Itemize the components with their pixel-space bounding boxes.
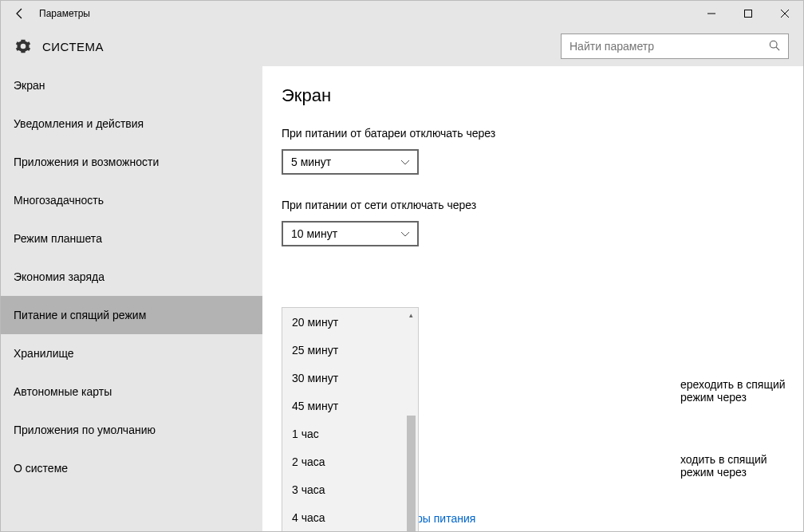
chevron-down-icon (401, 157, 409, 167)
app-name: СИСТЕМА (42, 40, 104, 53)
window-title: Параметры (39, 8, 90, 19)
dropdown-option[interactable]: 20 минут (282, 308, 418, 336)
sidebar-item[interactable]: О системе (1, 449, 262, 487)
dropdown-option[interactable]: 30 минут (282, 364, 418, 392)
dropdown-option[interactable]: 2 часа (282, 447, 418, 475)
sleep-plugged-label-partial: ходить в спящий режим через (680, 453, 803, 479)
sidebar-item[interactable]: Автономные карты (1, 372, 262, 411)
plugged-screen-off-label: При питании от сети отключать через (282, 199, 803, 211)
sidebar-item[interactable]: Уведомления и действия (1, 104, 262, 143)
page-heading: Экран (282, 85, 803, 106)
dropdown-listbox[interactable]: 20 минут25 минут30 минут45 минут1 час2 ч… (282, 307, 419, 531)
battery-screen-off-dropdown[interactable]: 5 минут (282, 149, 419, 175)
sidebar-item[interactable]: Экран (1, 66, 262, 104)
dropdown-option[interactable]: 1 час (282, 420, 418, 447)
sidebar-item[interactable]: Приложения и возможности (1, 143, 262, 181)
dropdown-option[interactable]: 3 часа (282, 475, 418, 503)
search-input[interactable] (570, 40, 769, 53)
scroll-up-icon[interactable]: ▴ (404, 308, 418, 321)
content-pane: Экран При питании от батареи отключать ч… (262, 66, 803, 531)
minimize-button[interactable] (693, 1, 730, 26)
sidebar: ЭкранУведомления и действияПриложения и … (1, 66, 262, 531)
sidebar-item[interactable]: Экономия заряда (1, 258, 262, 296)
back-button[interactable] (7, 1, 33, 26)
dropdown-value: 10 минут (291, 227, 337, 240)
scroll-thumb[interactable] (407, 416, 416, 531)
chevron-down-icon (401, 229, 409, 238)
svg-rect-1 (745, 10, 752, 18)
gear-icon (15, 38, 31, 54)
sidebar-item[interactable]: Хранилище (1, 334, 262, 372)
dropdown-option[interactable]: 45 минут (282, 392, 418, 420)
battery-screen-off-label: При питании от батареи отключать через (282, 127, 803, 140)
dropdown-option[interactable]: 25 минут (282, 336, 418, 364)
header: СИСТЕМА (1, 26, 803, 66)
sidebar-item[interactable]: Режим планшета (1, 219, 262, 258)
sidebar-item[interactable]: Питание и спящий режим (1, 296, 262, 334)
svg-line-5 (776, 47, 779, 50)
scrollbar[interactable]: ▴ ▾ (404, 308, 418, 531)
titlebar: Параметры (1, 1, 803, 26)
close-button[interactable] (767, 1, 803, 26)
search-icon (769, 40, 780, 53)
sidebar-item[interactable]: Многозадачность (1, 181, 262, 219)
plugged-screen-off-dropdown[interactable]: 10 минут (282, 221, 419, 246)
svg-point-4 (770, 41, 777, 48)
sleep-battery-label-partial: ереходить в спящий режим через (680, 378, 803, 404)
maximize-button[interactable] (730, 1, 767, 26)
sidebar-item[interactable]: Приложения по умолчанию (1, 411, 262, 449)
dropdown-value: 5 минут (291, 156, 331, 168)
search-box[interactable] (561, 33, 789, 59)
window-buttons (693, 1, 803, 26)
dropdown-option[interactable]: 4 часа (282, 503, 418, 531)
